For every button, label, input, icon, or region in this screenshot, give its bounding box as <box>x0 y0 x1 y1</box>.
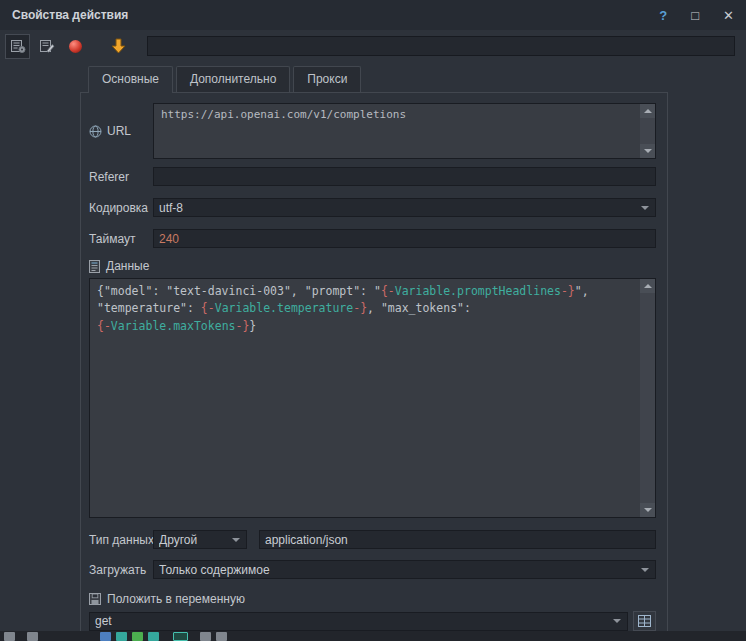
save-variable-icon <box>89 593 101 605</box>
data-type-label: Тип данных <box>89 533 154 547</box>
download-button[interactable] <box>106 34 131 59</box>
triangle-up-icon <box>644 284 652 288</box>
variables-table-icon <box>638 615 651 627</box>
triangle-up-icon <box>644 109 652 113</box>
data-type-value: Другой <box>159 533 197 547</box>
globe-icon <box>89 125 102 138</box>
tab-general[interactable]: Основные <box>88 66 173 92</box>
background-icon <box>148 632 159 641</box>
url-textarea[interactable]: https://api.openai.com/v1/completions <box>153 103 656 159</box>
url-scroll-down-button[interactable] <box>640 144 655 158</box>
window-title: Свойства действия <box>12 8 128 22</box>
triangle-down-icon <box>644 508 652 512</box>
tab-proxy[interactable]: Прокси <box>293 66 361 92</box>
background-icon <box>4 632 15 641</box>
url-scroll-up-button[interactable] <box>640 104 655 118</box>
url-scrollbar[interactable] <box>640 104 655 158</box>
load-label: Загружать <box>89 563 146 577</box>
help-button[interactable]: ? <box>659 9 667 22</box>
load-row: Загружать Только содержимое <box>89 560 656 579</box>
edit-note-icon <box>39 38 55 54</box>
encoding-row: Кодировка utf-8 <box>89 198 656 217</box>
background-icon <box>216 632 227 641</box>
tab-bar: Основные Дополнительно Прокси <box>88 66 746 92</box>
data-type-row: Тип данных Другой <box>89 530 656 549</box>
background-icon-selected <box>173 632 188 641</box>
variable-list-button[interactable] <box>633 611 656 631</box>
titlebar: Свойства действия ? □ ✕ <box>0 0 746 30</box>
put-variable-label: Положить в переменную <box>107 592 245 606</box>
url-value: https://api.openai.com/v1/completions <box>161 108 634 121</box>
background-icon <box>27 632 38 641</box>
properties-view-button[interactable] <box>5 34 30 59</box>
load-dropdown[interactable]: Только содержимое <box>153 560 656 579</box>
encoding-value: utf-8 <box>159 201 183 215</box>
background-icon <box>132 632 143 641</box>
comment-view-button[interactable] <box>34 34 59 59</box>
close-button[interactable]: ✕ <box>723 9 734 22</box>
encoding-label: Кодировка <box>89 201 148 215</box>
encoding-dropdown[interactable]: utf-8 <box>153 198 656 217</box>
load-value: Только содержимое <box>159 563 270 577</box>
record-button[interactable] <box>63 34 88 59</box>
general-tab-panel: URL https://api.openai.com/v1/completion… <box>80 92 668 632</box>
referer-label: Referer <box>89 170 129 184</box>
data-section-header: Данные <box>89 258 656 274</box>
referer-input[interactable] <box>153 167 656 186</box>
action-properties-dialog: Свойства действия ? □ ✕ <box>0 0 746 632</box>
background-icon <box>116 632 127 641</box>
data-label: Данные <box>106 259 149 273</box>
background-icon <box>100 632 111 641</box>
toolbar <box>0 30 746 62</box>
timeout-label: Таймаут <box>89 232 135 246</box>
data-code: {"model": "text-davinci-003", "prompt": … <box>97 283 634 335</box>
download-arrow-icon <box>111 38 126 54</box>
record-icon <box>69 40 82 53</box>
window-controls: ? □ ✕ <box>659 9 734 22</box>
triangle-down-icon <box>644 149 652 153</box>
put-variable-header: Положить в переменную <box>89 591 656 607</box>
referer-row: Referer <box>89 167 656 186</box>
variable-dropdown[interactable]: get <box>89 612 628 631</box>
data-scrollbar[interactable] <box>640 279 655 517</box>
url-label: URL <box>107 124 131 138</box>
properties-list-icon <box>10 38 26 54</box>
data-document-icon <box>89 260 100 273</box>
data-scroll-down-button[interactable] <box>640 503 655 517</box>
content-type-input[interactable] <box>259 530 656 549</box>
data-textarea[interactable]: {"model": "text-davinci-003", "prompt": … <box>89 278 656 518</box>
put-variable-row: get <box>89 611 656 631</box>
action-comment-input[interactable] <box>147 36 735 56</box>
url-row: URL https://api.openai.com/v1/completion… <box>89 103 656 159</box>
maximize-button[interactable]: □ <box>691 9 699 22</box>
background-icon <box>200 632 211 641</box>
timeout-row: Таймаут <box>89 229 656 248</box>
variable-value: get <box>95 614 112 628</box>
data-scroll-up-button[interactable] <box>640 279 655 293</box>
tab-additional[interactable]: Дополнительно <box>176 66 290 92</box>
data-type-dropdown[interactable]: Другой <box>153 530 247 549</box>
background-app-toolbar <box>0 631 746 641</box>
timeout-input[interactable] <box>153 229 656 248</box>
